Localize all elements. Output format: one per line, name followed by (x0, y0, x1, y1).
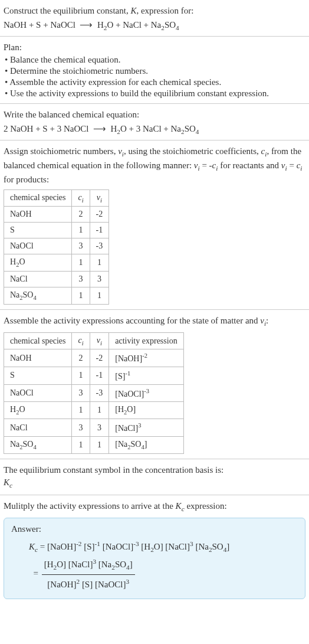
prompt-k: K (130, 6, 136, 15)
activity-text: Assemble the activity expressions accoun… (4, 315, 305, 329)
species-cell: NaCl (4, 419, 72, 437)
denominator: [NaOH]2 [S] [NaOCl]3 (42, 575, 135, 593)
answer-title: Answer: (11, 524, 298, 534)
species-cell: S (4, 223, 72, 238)
ci-cell: 2 (72, 349, 90, 367)
vi-cell: -2 (90, 207, 109, 223)
table-header-row: chemical species ci νi (4, 189, 109, 207)
prompt-section: Construct the equilibrium constant, K, e… (0, 0, 309, 37)
ci-cell: 3 (72, 272, 90, 287)
vi-cell: -3 (90, 384, 109, 402)
activity-cell: [NaCl]3 (109, 419, 183, 437)
ci-cell: 1 (72, 402, 90, 419)
table-row: H2O11 (4, 254, 109, 272)
activity-section: Assemble the activity expressions accoun… (0, 310, 309, 459)
ci-cell: 1 (72, 254, 90, 272)
plan-section: Plan: • Balance the chemical equation. •… (0, 37, 309, 104)
ci-cell: 3 (72, 384, 90, 402)
prompt-text: Construct the equilibrium constant, K, e… (4, 5, 305, 17)
species-cell: NaOH (4, 207, 72, 223)
ci-cell: 1 (72, 367, 90, 385)
answer-box: Answer: Kc = [NaOH]-2 [S]-1 [NaOCl]-3 [H… (4, 518, 305, 599)
species-cell: Na2SO4 (4, 436, 72, 453)
vi-cell: 1 (90, 436, 109, 453)
table-row: S1-1[S]-1 (4, 367, 184, 385)
table-row: H2O11[H2O] (4, 402, 184, 419)
vi-cell: 1 (90, 402, 109, 419)
table-row: Na2SO411 (4, 287, 109, 305)
activity-cell: [Na2SO4] (109, 436, 183, 453)
balanced-equation: 2 NaOH + S + 3 NaOCl ⟶ H2O + 3 NaCl + Na… (4, 123, 305, 135)
balanced-section: Write the balanced chemical equation: 2 … (0, 104, 309, 140)
activity-cell: [H2O] (109, 402, 183, 419)
table-row: NaCl33[NaCl]3 (4, 419, 184, 437)
activity-cell: [NaOCl]-3 (109, 384, 183, 402)
unbalanced-equation: NaOH + S + NaOCl ⟶ H2O + NaCl + Na2SO4 (4, 19, 305, 31)
table-row: NaOH2-2 (4, 207, 109, 223)
activity-cell: [NaOH]-2 (109, 349, 183, 367)
prompt-suffix: , expression for: (136, 6, 193, 15)
col-activity: activity expression (109, 332, 183, 349)
table-row: NaOCl3-3[NaOCl]-3 (4, 384, 184, 402)
stoich-table: chemical species ci νi NaOH2-2 S1-1 NaOC… (4, 189, 109, 305)
plan-bullet: • Determine the stoichiometric numbers. (4, 66, 305, 76)
species-cell: NaOCl (4, 384, 72, 402)
species-cell: H2O (4, 254, 72, 272)
col-species: chemical species (4, 332, 72, 349)
ci-cell: 1 (72, 223, 90, 238)
plan-title: Plan: (4, 41, 305, 54)
vi-cell: -3 (90, 238, 109, 254)
vi-cell: -2 (90, 349, 109, 367)
activity-table: chemical species ci νi activity expressi… (4, 332, 184, 454)
species-cell: NaOCl (4, 238, 72, 254)
plan-bullet: • Balance the chemical equation. (4, 55, 305, 65)
assign-section: Assign stoichiometric numbers, νi, using… (0, 140, 309, 310)
col-vi: νi (90, 332, 109, 349)
kc-symbol-text: The equilibrium constant symbol in the c… (4, 464, 305, 476)
vi-cell: -1 (90, 367, 109, 385)
ci-cell: 2 (72, 207, 90, 223)
table-row: NaOCl3-3 (4, 238, 109, 254)
species-cell: H2O (4, 402, 72, 419)
vi-cell: 1 (90, 254, 109, 272)
vi-cell: 3 (90, 419, 109, 437)
multiply-section: Mulitply the activity expressions to arr… (0, 495, 309, 603)
numerator: [H2O] [NaCl]3 [Na2SO4] (42, 555, 135, 574)
assign-text: Assign stoichiometric numbers, νi, using… (4, 145, 305, 186)
plan-bullet: • Use the activity expressions to build … (4, 89, 305, 99)
vi-cell: 1 (90, 287, 109, 305)
kc-expression: Kc = [NaOH]-2 [S]-1 [NaOCl]-3 [H2O] [NaC… (29, 538, 298, 555)
vi-cell: -1 (90, 223, 109, 238)
ci-cell: 3 (72, 419, 90, 437)
table-row: NaOH2-2[NaOH]-2 (4, 349, 184, 367)
prompt-prefix: Construct the equilibrium constant, (4, 6, 130, 15)
col-vi: νi (90, 189, 109, 207)
activity-cell: [S]-1 (109, 367, 183, 385)
kc-symbol-section: The equilibrium constant symbol in the c… (0, 459, 309, 496)
col-species: chemical species (4, 189, 72, 207)
table-row: NaCl33 (4, 272, 109, 287)
ci-cell: 1 (72, 287, 90, 305)
vi-cell: 3 (90, 272, 109, 287)
species-cell: S (4, 367, 72, 385)
ci-cell: 1 (72, 436, 90, 453)
table-header-row: chemical species ci νi activity expressi… (4, 332, 184, 349)
species-cell: Na2SO4 (4, 287, 72, 305)
kc-symbol: Kc (4, 476, 305, 491)
species-cell: NaOH (4, 349, 72, 367)
col-ci: ci (72, 189, 90, 207)
fraction: [H2O] [NaCl]3 [Na2SO4] [NaOH]2 [S] [NaOC… (42, 555, 135, 592)
species-cell: NaCl (4, 272, 72, 287)
kc-fraction: = [H2O] [NaCl]3 [Na2SO4] [NaOH]2 [S] [Na… (29, 555, 298, 592)
table-row: Na2SO411[Na2SO4] (4, 436, 184, 453)
balanced-title: Write the balanced chemical equation: (4, 109, 305, 121)
ci-cell: 3 (72, 238, 90, 254)
table-row: S1-1 (4, 223, 109, 238)
col-ci: ci (72, 332, 90, 349)
plan-bullet: • Assemble the activity expression for e… (4, 77, 305, 87)
multiply-text: Mulitply the activity expressions to arr… (4, 500, 305, 514)
